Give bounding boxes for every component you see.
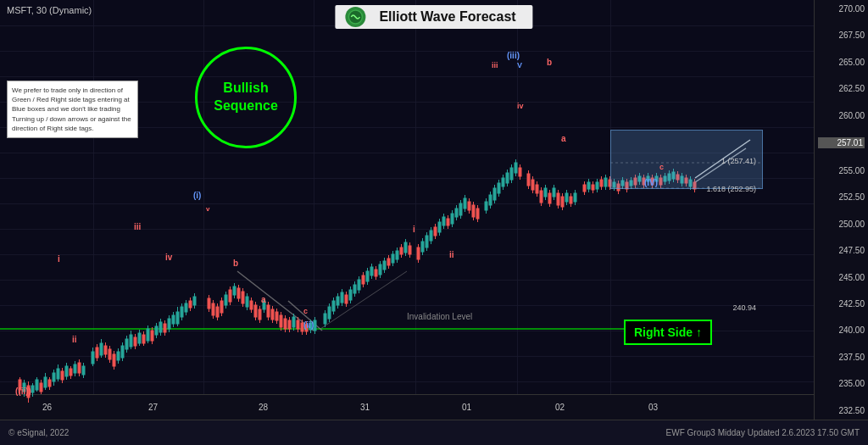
price-240: 240.00 <box>818 325 865 335</box>
wave-iii-red-label: iii <box>492 61 498 70</box>
wave-ii-01-label: ii <box>449 250 454 259</box>
wave-iv-label: iv <box>165 253 172 262</box>
wave-b-28-label: b <box>233 259 238 268</box>
chart-area: .candle-up { stroke: #26a69a; fill: #26a… <box>0 0 814 420</box>
chart-header: Elliott Wave Forecast <box>335 5 532 29</box>
wave-v-blue-label: V <box>517 61 522 70</box>
wave-ii-paren-label: (ii) <box>303 320 314 330</box>
wave-i-label: i <box>58 254 60 264</box>
price-current: 257.01 <box>818 137 865 148</box>
bullish-sequence-label: Bullish Sequence <box>195 47 297 148</box>
chart-title: MSFT, 30 (Dynamic) <box>7 5 92 15</box>
price-267: 267.50 <box>818 31 865 40</box>
price-axis: 270.00 267.50 265.00 262.50 260.00 257.0… <box>814 0 868 420</box>
price-1-label: 1 (257.41) <box>721 157 756 165</box>
app-title: Elliott Wave Forecast <box>372 8 522 26</box>
ewf-logo-icon <box>345 7 365 27</box>
wave-c-small-label: c <box>303 307 308 315</box>
copyright-label: © eSignal, 2022 <box>8 428 69 437</box>
wave-i-paren-label: (i) <box>193 191 201 200</box>
price-245: 245.00 <box>818 273 865 282</box>
right-side-tag: Right Side ↑ <box>624 320 712 345</box>
price-242: 242.50 <box>818 299 865 309</box>
wave-b-top-label: b <box>547 58 552 67</box>
wave-i-01-label: i <box>413 225 415 234</box>
price-270: 270.00 <box>818 4 865 14</box>
wave-iv-peak-label: iv <box>517 102 524 110</box>
wave-iii-peak-label: (iii) <box>507 51 520 60</box>
price-255: 255.00 <box>818 166 865 175</box>
price-237: 237.50 <box>818 353 865 362</box>
price-232: 232.50 <box>818 406 865 415</box>
wave-iv-box-label: (IV) <box>644 178 658 187</box>
wave-iii-label: iii <box>134 222 141 231</box>
chart-container: Elliott Wave Forecast MSFT, 30 (Dynamic) <box>0 0 868 445</box>
price-262: 262.50 <box>818 84 865 93</box>
wave-ii-label: ii <box>72 335 77 344</box>
wave-a-label: a <box>261 295 266 304</box>
price-247: 247.50 <box>818 246 865 255</box>
bottom-bar: © eSignal, 2022 EWF Group3 Midday Update… <box>0 420 868 445</box>
ewf-group-label: EWF Group3 Midday Updated 2.6.2023 17.50… <box>666 428 860 437</box>
wave-v-small-label: v <box>206 205 209 213</box>
price-240-label: 240.94 <box>732 303 756 312</box>
price-235: 235.00 <box>818 379 865 388</box>
price-260: 260.00 <box>818 111 865 120</box>
price-252: 252.50 <box>818 192 865 202</box>
price-265: 265.00 <box>818 58 865 67</box>
price-1618-label: 1.618 (252.95) <box>706 185 756 193</box>
wave-a-decline-label: a <box>561 134 566 143</box>
price-250: 250.00 <box>818 220 865 229</box>
wave-ii-double-label: ((ii)) <box>15 387 31 396</box>
info-box: We prefer to trade only in direction of … <box>7 81 138 138</box>
chart-svg: .candle-up { stroke: #26a69a; fill: #26a… <box>0 0 814 420</box>
invalidation-level-label: Invalidation Level <box>407 312 472 321</box>
wave-c-box-label: c <box>659 163 664 171</box>
